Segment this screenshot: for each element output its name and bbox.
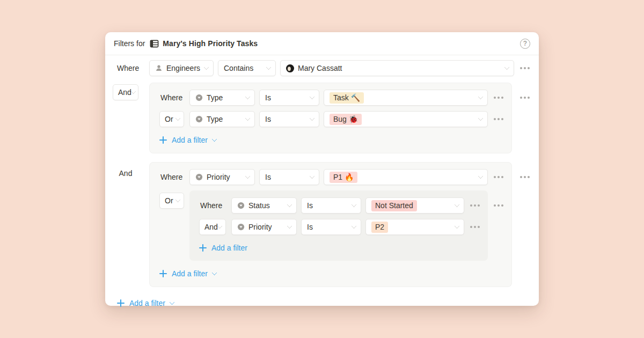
group-operator-cell: And — [113, 162, 149, 178]
operator-label: And — [118, 88, 131, 97]
group-menu-cell — [512, 83, 531, 106]
page-background: { "colors":{ "page_bg":"#f8ddcf", "panel… — [0, 0, 644, 338]
panel-title-prefix: Filters for — [114, 39, 145, 48]
chevron-down-icon — [455, 223, 460, 229]
filter-condition-row: Or Type Is — [159, 111, 505, 127]
nested-group-menu-button[interactable] — [492, 197, 505, 214]
condition-dropdown[interactable]: Is — [259, 90, 319, 106]
nested-filter-group: Where Status Is — [189, 190, 488, 261]
condition-label: Is — [265, 173, 271, 181]
value-tag: P1 🔥 — [330, 172, 357, 183]
row-menu-button[interactable] — [469, 197, 481, 214]
operator-label: Where — [199, 201, 227, 210]
value-tag: P2 — [371, 222, 388, 233]
operator-dropdown[interactable]: And — [199, 219, 226, 235]
chevron-down-icon — [478, 94, 484, 99]
property-dropdown-type[interactable]: Type — [189, 90, 255, 106]
ellipsis-icon — [524, 67, 526, 69]
chevron-down-icon — [310, 94, 315, 99]
ellipsis-icon — [524, 97, 526, 99]
value-dropdown-tag[interactable]: Bug 🐞 — [324, 111, 488, 127]
operator-cell: Or — [159, 190, 185, 209]
chevron-down-icon — [478, 173, 484, 179]
condition-dropdown[interactable]: Is — [301, 219, 361, 235]
panel-title: Mary's High Priority Tasks — [163, 39, 258, 48]
property-dropdown-priority[interactable]: Priority — [189, 169, 255, 185]
chevron-down-icon — [352, 202, 357, 207]
help-button[interactable]: ? — [520, 39, 530, 49]
row-menu-button[interactable] — [518, 60, 531, 76]
value-tag: Bug 🐞 — [330, 114, 362, 125]
value-dropdown-tag[interactable]: P2 — [365, 219, 464, 235]
chevron-down-icon — [204, 64, 209, 70]
ellipsis-icon — [474, 204, 476, 207]
table-database-icon — [150, 39, 159, 48]
group-menu-button[interactable] — [518, 169, 531, 185]
operator-label: Or — [165, 196, 173, 205]
chevron-down-icon — [287, 202, 292, 207]
value-dropdown-tag[interactable]: P1 🔥 — [324, 169, 488, 185]
row-menu-button[interactable] — [492, 169, 505, 185]
select-property-icon — [195, 173, 203, 181]
operator-label: Or — [165, 115, 173, 123]
plus-icon — [199, 244, 207, 252]
condition-dropdown[interactable]: Is — [301, 197, 361, 214]
property-dropdown-status[interactable]: Status — [231, 197, 297, 214]
condition-label: Is — [307, 201, 313, 210]
property-dropdown-engineers[interactable]: Engineers — [149, 60, 214, 76]
chevron-down-icon — [217, 223, 223, 229]
chevron-down-icon — [352, 223, 357, 229]
value-tag: Task 🔨 — [330, 92, 364, 104]
select-property-icon — [237, 202, 245, 209]
property-dropdown-priority[interactable]: Priority — [231, 219, 297, 235]
row-menu-button[interactable] — [469, 219, 481, 235]
add-filter-button[interactable]: Add a filter — [117, 296, 174, 311]
group-operator-dropdown[interactable]: And — [113, 84, 138, 100]
property-label: Type — [207, 93, 223, 102]
row-menu-button[interactable] — [492, 111, 505, 127]
filter-group-2: And Where Priority Is — [113, 162, 531, 287]
select-property-icon — [237, 223, 245, 231]
nested-group-row: Or Where — [159, 190, 505, 261]
ellipsis-icon — [497, 176, 500, 178]
condition-dropdown[interactable]: Is — [259, 111, 319, 127]
condition-dropdown[interactable]: Contains — [218, 60, 276, 76]
property-label: Engineers — [166, 64, 200, 72]
operator-label: Where — [159, 93, 185, 102]
operator-cell: Where — [159, 173, 185, 181]
operator-dropdown[interactable]: Or — [159, 111, 184, 127]
group-operator-cell: And — [113, 83, 149, 100]
value-dropdown-person[interactable]: Mary Cassatt — [280, 60, 514, 76]
add-filter-button[interactable]: Add a filter — [199, 240, 247, 255]
add-filter-button[interactable]: Add a filter — [159, 266, 216, 281]
row-menu-button[interactable] — [492, 90, 505, 106]
operator-label: Where — [117, 64, 139, 72]
operator-dropdown[interactable]: Or — [159, 193, 184, 209]
plus-icon — [159, 136, 167, 144]
plus-icon — [117, 299, 125, 307]
add-filter-label: Add a filter — [172, 136, 208, 144]
value-dropdown-tag[interactable]: Task 🔨 — [324, 90, 488, 106]
chevron-down-icon — [175, 197, 181, 202]
person-name: Mary Cassatt — [298, 64, 342, 72]
condition-label: Is — [265, 115, 271, 123]
condition-dropdown[interactable]: Is — [259, 169, 319, 185]
person-property-icon — [155, 64, 163, 72]
group-menu-cell — [512, 162, 531, 185]
property-label: Priority — [207, 173, 230, 181]
value-dropdown-tag[interactable]: Not Started — [365, 197, 464, 214]
panel-body: Where Engineers Contains — [105, 55, 539, 317]
operator-cell: Where — [159, 93, 185, 102]
group-menu-button[interactable] — [518, 90, 531, 106]
chevron-down-icon — [245, 115, 251, 121]
add-filter-button[interactable]: Add a filter — [159, 133, 216, 148]
ellipsis-icon — [524, 176, 526, 178]
chevron-down-icon — [211, 270, 217, 275]
property-dropdown-type[interactable]: Type — [189, 111, 255, 127]
condition-label: Is — [307, 223, 313, 231]
add-filter-label: Add a filter — [172, 269, 208, 278]
ellipsis-icon — [497, 204, 500, 207]
panel-header: Filters for Mary's High Priority Tasks ? — [105, 32, 539, 55]
filter-group-1: And Where Type — [113, 83, 531, 153]
chevron-down-icon — [130, 89, 136, 94]
